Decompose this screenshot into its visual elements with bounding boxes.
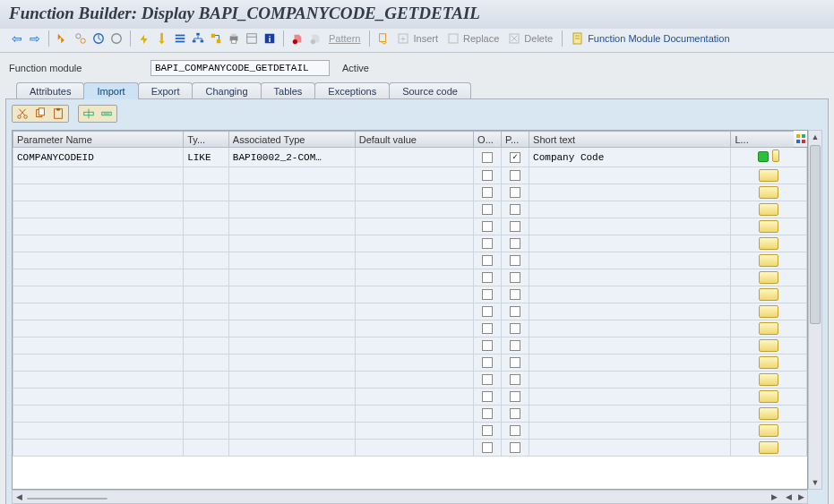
long-text-cell[interactable] xyxy=(731,320,807,337)
grid-cell[interactable] xyxy=(529,252,731,269)
table-row[interactable] xyxy=(13,269,807,286)
long-text-button[interactable] xyxy=(759,441,778,454)
grid-checkbox-cell[interactable] xyxy=(502,184,529,201)
grid-cell[interactable] xyxy=(529,320,731,337)
checkbox-icon[interactable] xyxy=(510,340,520,351)
table-row[interactable] xyxy=(13,440,807,457)
long-text-cell[interactable] xyxy=(731,303,807,320)
table-row[interactable] xyxy=(13,184,807,201)
checkbox-icon[interactable] xyxy=(482,152,493,163)
table-row[interactable] xyxy=(13,406,807,423)
activate-icon[interactable] xyxy=(108,30,125,47)
grid-checkbox-cell[interactable] xyxy=(502,201,529,218)
long-text-button[interactable] xyxy=(772,149,779,162)
grid-cell[interactable] xyxy=(355,201,473,218)
checkbox-icon[interactable] xyxy=(510,204,520,215)
grid-checkbox-cell[interactable] xyxy=(502,286,529,303)
checkbox-icon[interactable] xyxy=(510,442,520,453)
grid-cell[interactable]: Company Code xyxy=(529,148,731,167)
grid-checkbox-cell[interactable] xyxy=(474,269,502,286)
table-row[interactable] xyxy=(13,355,807,372)
grid-cell[interactable] xyxy=(228,355,355,372)
insert-row-icon[interactable] xyxy=(80,107,98,121)
grid-cell[interactable] xyxy=(13,235,184,252)
grid-cell[interactable] xyxy=(228,184,355,201)
grid-checkbox-cell[interactable] xyxy=(474,320,502,337)
grid-cell[interactable] xyxy=(529,303,731,320)
grid-checkbox-cell[interactable] xyxy=(502,337,529,355)
grid-checkbox-cell[interactable] xyxy=(474,406,502,423)
checkbox-icon[interactable] xyxy=(510,374,520,385)
grid-cell[interactable] xyxy=(529,337,731,355)
col-parameter-name[interactable]: Parameter Name xyxy=(13,132,184,148)
checkbox-icon[interactable] xyxy=(482,170,493,181)
grid-checkbox-cell[interactable] xyxy=(474,201,502,218)
tab-source[interactable]: Source code xyxy=(389,82,471,99)
grid-cell[interactable] xyxy=(355,406,473,423)
long-text-button[interactable] xyxy=(759,254,778,267)
long-text-cell[interactable] xyxy=(731,337,807,355)
long-text-button[interactable] xyxy=(759,288,778,301)
grid-cell[interactable] xyxy=(355,389,473,406)
grid-cell[interactable] xyxy=(13,167,184,184)
long-text-cell[interactable] xyxy=(731,440,807,457)
scroll-first-icon[interactable]: ◀ xyxy=(782,491,795,503)
grid-checkbox-cell[interactable] xyxy=(502,423,529,440)
long-text-cell[interactable] xyxy=(731,355,807,372)
checkbox-icon[interactable] xyxy=(510,170,520,181)
grid-checkbox-cell[interactable] xyxy=(502,355,529,372)
scroll-right-icon[interactable]: ▶ xyxy=(768,491,780,503)
grid-cell[interactable] xyxy=(355,355,473,372)
long-text-button[interactable] xyxy=(759,373,778,386)
grid-cell[interactable] xyxy=(13,337,184,355)
grid-checkbox-cell[interactable] xyxy=(474,303,502,320)
hierarchy-icon[interactable] xyxy=(190,30,206,47)
checkbox-icon[interactable] xyxy=(482,374,493,385)
grid-cell[interactable] xyxy=(355,440,473,457)
grid-cell[interactable] xyxy=(355,337,473,355)
table-row[interactable]: COMPANYCODEIDLIKEBAPI0002_2-COM…Company … xyxy=(13,148,807,167)
long-text-button[interactable] xyxy=(759,407,778,420)
grid-checkbox-cell[interactable] xyxy=(474,440,502,457)
checkbox-icon[interactable] xyxy=(510,323,520,334)
grid-cell[interactable] xyxy=(355,167,473,184)
grid-cell[interactable] xyxy=(228,372,355,389)
grid-cell[interactable] xyxy=(355,269,473,286)
layout-icon[interactable] xyxy=(244,30,260,47)
grid-cell[interactable] xyxy=(228,167,355,184)
grid-cell[interactable] xyxy=(13,303,184,320)
long-text-button[interactable] xyxy=(759,305,778,318)
grid-cell[interactable] xyxy=(529,406,731,423)
grid-cell[interactable] xyxy=(184,167,229,184)
grid-checkbox-cell[interactable] xyxy=(502,440,529,457)
checkbox-icon[interactable] xyxy=(482,272,493,283)
grid-cell[interactable] xyxy=(355,286,473,303)
checkbox-icon[interactable] xyxy=(482,204,493,215)
grid-checkbox-cell[interactable] xyxy=(474,423,502,440)
long-text-button[interactable] xyxy=(759,271,778,284)
grid-cell[interactable] xyxy=(13,423,184,440)
checkbox-icon[interactable] xyxy=(510,408,520,419)
grid-cell[interactable] xyxy=(184,406,229,423)
tab-changing[interactable]: Changing xyxy=(192,82,261,99)
tab-attributes[interactable]: Attributes xyxy=(16,82,84,99)
grid-cell[interactable] xyxy=(184,184,229,201)
execute-icon[interactable] xyxy=(136,30,152,47)
table-row[interactable] xyxy=(13,372,807,389)
col-typing[interactable]: Ty... xyxy=(184,132,229,148)
checkbox-icon[interactable] xyxy=(510,221,520,232)
tab-tables[interactable]: Tables xyxy=(261,82,316,99)
table-row[interactable] xyxy=(13,423,807,440)
where-used-icon[interactable] xyxy=(154,30,170,47)
checkbox-icon[interactable] xyxy=(482,238,493,249)
pretty-print-icon[interactable] xyxy=(375,30,391,47)
grid-cell[interactable] xyxy=(228,218,355,235)
checkbox-icon[interactable] xyxy=(482,340,493,351)
long-text-cell[interactable] xyxy=(731,167,807,184)
grid-checkbox-cell[interactable] xyxy=(474,218,502,235)
grid-cell[interactable] xyxy=(355,423,473,440)
grid-cell[interactable] xyxy=(228,440,355,457)
table-row[interactable] xyxy=(13,201,807,218)
tab-export[interactable]: Export xyxy=(138,82,193,99)
col-associated-type[interactable]: Associated Type xyxy=(228,132,355,148)
